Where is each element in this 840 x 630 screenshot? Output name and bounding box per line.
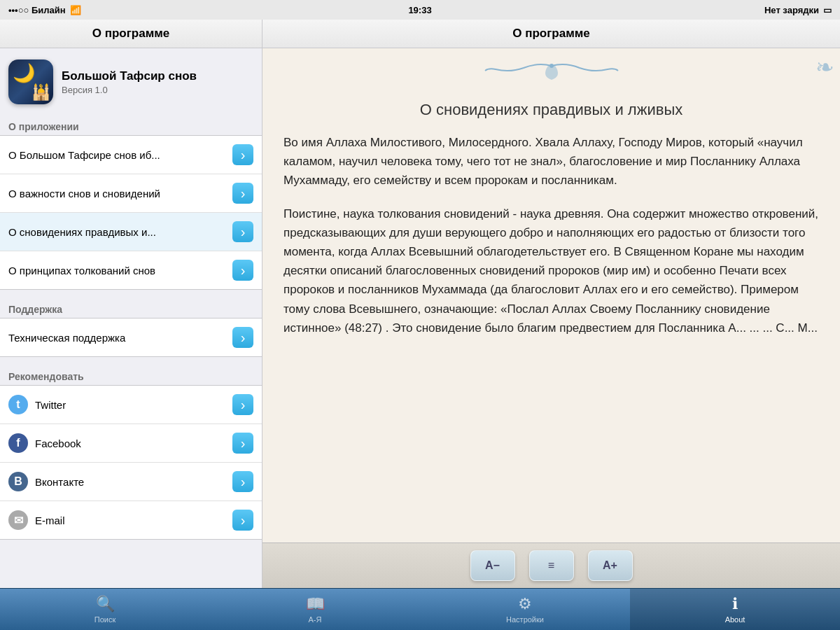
vk-text: Вконтакте	[35, 476, 84, 488]
status-right: Нет зарядки ▭	[764, 5, 832, 15]
vk-icon: В	[8, 472, 28, 491]
font-menu-button[interactable]: ≡	[529, 550, 574, 581]
article-content: ❧ О сновидениях правдивых и лживых Во им…	[262, 48, 840, 542]
settings-tab-label: Настройки	[506, 615, 544, 624]
facebook-text: Facebook	[35, 438, 81, 449]
recommend-list: t Twitter f Facebook В Вконтакте	[0, 385, 262, 540]
tab-bar: 🔍 Поиск 📖 А-Я ⚙ Настройки ℹ About	[0, 588, 840, 630]
about-item-2-text: О важности снов и сновидений	[8, 188, 160, 200]
about-tab-label: About	[725, 615, 746, 624]
article-text: Во имя Аллаха Милостивого, Милосердного.…	[284, 133, 819, 337]
chevron-about-2[interactable]	[232, 183, 253, 204]
list-item-vk[interactable]: В Вконтакте	[0, 463, 262, 501]
status-bar: •••○○ Билайн 📶 19:33 Нет зарядки ▭	[0, 0, 840, 20]
article-paragraph-1: Во имя Аллаха Милостивого, Милосердного.…	[284, 133, 819, 190]
carrier-text: •••○○ Билайн	[8, 5, 66, 15]
about-tab-icon: ℹ	[732, 595, 738, 613]
about-list: О Большом Тафсире снов иб... О важности …	[0, 135, 262, 290]
about-item-3-text: О сновидениях правдивых и...	[8, 226, 156, 238]
app-info: Большой Тафсир снов Версия 1.0	[0, 48, 262, 115]
list-item-email[interactable]: ✉ E-mail	[0, 501, 262, 539]
battery-text: Нет зарядки	[764, 5, 819, 15]
tab-about[interactable]: ℹ About	[630, 589, 840, 630]
app-icon	[8, 59, 53, 104]
list-item-about-2[interactable]: О важности снов и сновидений	[0, 174, 262, 213]
left-panel: О программе Большой Тафсир снов Версия 1…	[0, 20, 262, 588]
chevron-vk[interactable]	[232, 471, 253, 492]
right-panel-header: О программе	[262, 20, 840, 48]
search-tab-label: Поиск	[94, 615, 115, 624]
email-text: E-mail	[35, 514, 65, 526]
battery-icon: ▭	[823, 5, 832, 15]
chevron-facebook[interactable]	[232, 433, 253, 454]
about-item-4-text: О принципах толкований снов	[8, 265, 155, 276]
twitter-text: Twitter	[35, 399, 66, 411]
settings-tab-icon: ⚙	[518, 595, 532, 613]
az-tab-label: А-Я	[309, 615, 322, 624]
list-item-about-1[interactable]: О Большом Тафсире снов иб...	[0, 136, 262, 174]
status-left: •••○○ Билайн 📶	[8, 5, 81, 15]
status-time: 19:33	[408, 5, 431, 15]
list-item-facebook[interactable]: f Facebook	[0, 424, 262, 463]
list-item-support-1[interactable]: Техническая поддержка	[0, 318, 262, 356]
ornament-corner: ❧	[816, 54, 834, 80]
article-title: О сновидениях правдивых и лживых	[284, 101, 819, 119]
app-title: Большой Тафсир снов	[62, 69, 197, 83]
right-panel: ❧ О сновидениях правдивых и лживых Во им…	[262, 48, 840, 588]
app-container: О программе Большой Тафсир снов Версия 1…	[0, 20, 840, 630]
panels-row: О программе Большой Тафсир снов Версия 1…	[0, 20, 840, 588]
support-list: Техническая поддержка	[0, 318, 262, 357]
list-item-twitter[interactable]: t Twitter	[0, 386, 262, 424]
chevron-twitter[interactable]	[232, 394, 253, 415]
chevron-email[interactable]	[232, 510, 253, 531]
twitter-icon: t	[8, 395, 28, 414]
tab-search[interactable]: 🔍 Поиск	[0, 589, 210, 630]
support-item-1-text: Техническая поддержка	[8, 332, 125, 344]
font-increase-button[interactable]: A+	[588, 550, 633, 581]
section-recommend-header: Рекомендовать	[0, 365, 262, 385]
list-item-about-3[interactable]: О сновидениях правдивых и...	[0, 213, 262, 251]
app-version: Версия 1.0	[62, 85, 197, 95]
facebook-icon: f	[8, 433, 28, 453]
left-panel-header: О программе	[0, 20, 262, 48]
right-bottom-bar: A− ≡ A+	[262, 542, 840, 588]
chevron-support-1[interactable]	[232, 327, 253, 348]
chevron-about-3[interactable]	[232, 221, 253, 242]
book-tab-icon: 📖	[306, 595, 325, 613]
wifi-icon: 📶	[70, 5, 81, 15]
section-about-header: О приложении	[0, 115, 262, 135]
article-paragraph-2: Поистине, наука толкования сновидений - …	[284, 204, 819, 337]
app-details: Большой Тафсир снов Версия 1.0	[62, 69, 197, 95]
email-icon: ✉	[8, 510, 28, 530]
section-support-header: Поддержка	[0, 298, 262, 318]
tab-settings[interactable]: ⚙ Настройки	[420, 589, 630, 630]
font-decrease-button[interactable]: A−	[470, 550, 515, 581]
about-item-1-text: О Большом Тафсире снов иб...	[8, 149, 160, 161]
tab-az[interactable]: 📖 А-Я	[210, 589, 420, 630]
ornament-top	[284, 62, 819, 94]
list-item-about-4[interactable]: О принципах толкований снов	[0, 251, 262, 289]
chevron-about-1[interactable]	[232, 144, 253, 165]
search-tab-icon: 🔍	[96, 595, 115, 613]
right-content-wrapper: О программе ❧ О сновидениях правдивых и …	[262, 20, 840, 588]
chevron-about-4[interactable]	[232, 260, 253, 281]
